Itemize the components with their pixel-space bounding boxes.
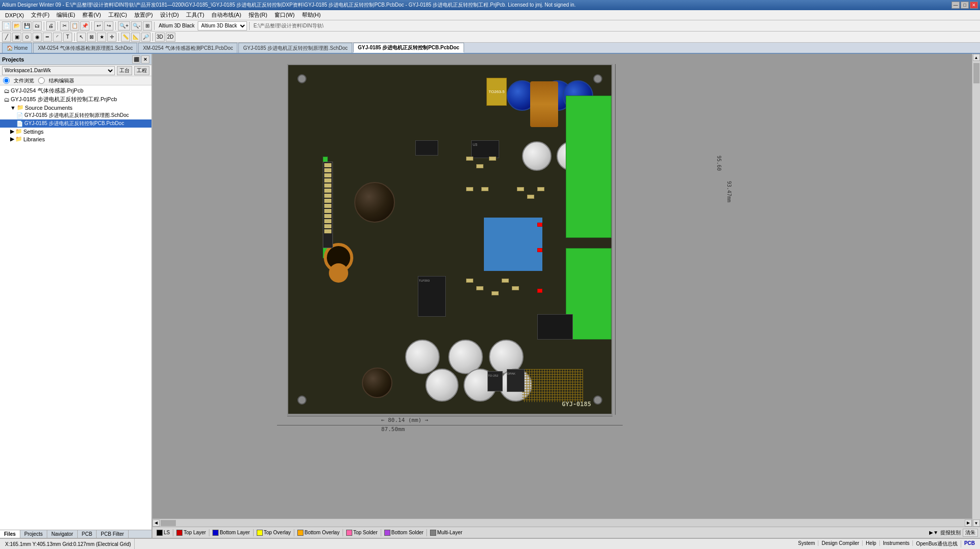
- tree-node-libraries[interactable]: ▶ 📁 Libraries: [0, 135, 151, 143]
- cap-black-bot-1: [362, 368, 392, 398]
- tb-route[interactable]: ╱: [2, 33, 11, 42]
- tb-measure[interactable]: 📏: [121, 33, 130, 42]
- tb-inspect[interactable]: 🔎: [141, 33, 150, 42]
- tb-redo[interactable]: ↪: [104, 21, 113, 30]
- layer-ls[interactable]: LS: [155, 529, 172, 537]
- tb-track[interactable]: ━: [43, 33, 52, 42]
- tb-arc[interactable]: ◜: [53, 33, 62, 42]
- layer-bottom[interactable]: Bottom Layer: [210, 529, 252, 537]
- scrollbar-left-btn[interactable]: ◀: [152, 520, 160, 527]
- radio-struct-edit[interactable]: [38, 77, 45, 84]
- bottom-scrollbar[interactable]: ◀ ▶: [152, 518, 972, 527]
- menu-place[interactable]: 放置(P): [131, 10, 156, 20]
- tb-sel[interactable]: ↖: [77, 33, 86, 42]
- tb-2d[interactable]: 2D: [166, 33, 175, 42]
- tree-node-pcbDoc[interactable]: 📄 GYJ-0185 步进电机正反转控制PCB.PcbDoc: [0, 119, 151, 128]
- menu-dxp[interactable]: DXP(X): [2, 11, 27, 19]
- close-button[interactable]: ✕: [970, 2, 978, 9]
- scrollbar-up-btn[interactable]: ▲: [973, 54, 980, 61]
- tree-icon-settings: 📁: [15, 128, 22, 135]
- tb-cross[interactable]: ✛: [107, 33, 116, 42]
- menu-design[interactable]: 设计(D): [157, 10, 182, 20]
- tb-pad[interactable]: ◉: [33, 33, 42, 42]
- panel-tab-navigator[interactable]: Navigator: [47, 530, 78, 538]
- tb-new[interactable]: 📄: [2, 21, 11, 30]
- tb-desel[interactable]: ⊠: [87, 33, 96, 42]
- tree-node-source[interactable]: ▼ 📁 Source Documents: [0, 104, 151, 111]
- tab-xm0254-sch[interactable]: XM-0254 气体传感器检测原理图1.SchDoc: [33, 43, 137, 53]
- panel-tab-pcbfilter[interactable]: PCB Filter: [97, 530, 129, 538]
- tb-paste[interactable]: 📌: [80, 21, 89, 30]
- tb-cut[interactable]: ✂: [60, 21, 69, 30]
- tab-gyj0185-sch[interactable]: GYJ-0185 步进电机正反转控制原理图.SchDoc: [238, 43, 352, 53]
- tb-fit[interactable]: ⊞: [143, 21, 152, 30]
- layer-bottom-overlay[interactable]: Bottom Overlay: [295, 529, 342, 537]
- left-panel: Projects ⬛ ✕ Workspace1.DanWk 工台 工程 文件浏览…: [0, 54, 152, 538]
- layer-multi[interactable]: Multi-Layer: [428, 529, 464, 537]
- tb-highlight[interactable]: ★: [97, 33, 106, 42]
- scrollbar-down-btn[interactable]: ▼: [973, 520, 980, 527]
- menu-file[interactable]: 文件(F): [28, 10, 52, 20]
- tb-print[interactable]: 🖨: [46, 21, 55, 30]
- dim-line-h-top: [287, 416, 612, 416]
- layer-bar-btn-arrow[interactable]: ▶▼: [929, 530, 938, 535]
- tb-zoom-in[interactable]: 🔍+: [118, 21, 130, 30]
- maximize-button[interactable]: □: [961, 2, 969, 9]
- menu-view[interactable]: 察看(V): [79, 10, 104, 20]
- tree-node-gyj0185[interactable]: 🗂 GYJ-0185 步进电机正反转控制工程.PrjPcb: [0, 95, 151, 104]
- menu-window[interactable]: 窗口(W): [271, 10, 298, 20]
- scrollbar-h-thumb[interactable]: [161, 520, 176, 526]
- menu-tools[interactable]: 工具(T): [183, 10, 207, 20]
- panel-tab-files[interactable]: Files: [0, 530, 20, 538]
- status-system[interactable]: System: [795, 540, 818, 546]
- panel-tab-pcb[interactable]: PCB: [78, 530, 97, 538]
- layer-swatch-bottom: [212, 530, 219, 536]
- panel-close-btn[interactable]: ✕: [141, 55, 149, 64]
- tree-expand-source: ▼: [10, 105, 16, 111]
- tb-via[interactable]: ⊙: [22, 33, 32, 42]
- status-pcb[interactable]: PCB: [961, 540, 978, 546]
- panel-tab-projects[interactable]: Projects: [20, 530, 47, 538]
- workspace-btn[interactable]: 工台: [117, 66, 132, 75]
- workspace-combo[interactable]: Workspace1.DanWk: [2, 66, 115, 75]
- tb-undo[interactable]: ↩: [94, 21, 103, 30]
- menu-help[interactable]: 帮助(H): [299, 10, 324, 20]
- radio-file-view[interactable]: [3, 77, 10, 84]
- right-scrollbar[interactable]: ▲ ▼: [972, 54, 980, 527]
- tb-open[interactable]: 📂: [12, 21, 21, 30]
- status-help[interactable]: Help: [863, 540, 880, 546]
- layer-top-overlay[interactable]: Top Overlay: [255, 529, 293, 537]
- tb-rule[interactable]: 📐: [131, 33, 140, 42]
- menu-report[interactable]: 报告(R): [246, 10, 270, 20]
- status-design-compiler[interactable]: Design Compiler: [818, 540, 863, 546]
- tree-node-settings[interactable]: ▶ 📁 Settings: [0, 128, 151, 135]
- tree-node-schDoc[interactable]: 📄 GYJ-0185 步进电机正反转控制原理图.SchDoc: [0, 111, 151, 119]
- layer-top[interactable]: Top Layer: [174, 529, 208, 537]
- tab-xm0254-pcb[interactable]: XM-0254 气体传感器检测PCB1.PcbDoc: [138, 43, 237, 53]
- tb-saveall[interactable]: 🗂: [33, 21, 42, 30]
- menu-project[interactable]: 工程(C): [105, 10, 130, 20]
- scrollbar-right-btn[interactable]: ▶: [965, 520, 972, 527]
- tb-save[interactable]: 💾: [22, 21, 32, 30]
- layer-bottom-solder[interactable]: Bottom Solder: [382, 529, 425, 537]
- layer-top-solder[interactable]: Top Solder: [344, 529, 380, 537]
- tree-node-gyj0254[interactable]: 🗂 GYJ-0254 气体传感器.PrjPcb: [0, 86, 151, 95]
- status-instruments[interactable]: Instruments: [880, 540, 913, 546]
- view-combo[interactable]: Altium 3D Black 2D: [198, 21, 247, 30]
- status-openbus[interactable]: OpenBus通信总线: [913, 540, 961, 547]
- tb-zoom-out[interactable]: 🔍-: [131, 21, 142, 30]
- tb-3d[interactable]: 3D: [155, 33, 165, 42]
- project-btn[interactable]: 工程: [134, 66, 149, 75]
- tab-home[interactable]: 🏠 Home: [2, 43, 32, 53]
- tab-gyj0185-pcb[interactable]: GYJ-0185 步进电机正反转控制PCB.PcbDoc: [353, 43, 464, 53]
- minimize-button[interactable]: —: [952, 2, 960, 9]
- layer-bar-zoom-btn[interactable]: 清朱: [963, 529, 978, 537]
- menu-autoroute[interactable]: 自动布线(A): [208, 10, 244, 20]
- menu-edit[interactable]: 编辑(E): [53, 10, 78, 20]
- scrollbar-thumb[interactable]: [973, 63, 979, 83]
- tb-copy[interactable]: 📋: [70, 21, 79, 30]
- tb-component[interactable]: ▣: [12, 33, 21, 42]
- tb-text[interactable]: T: [63, 33, 72, 42]
- canvas-area[interactable]: TO263-5 U3: [152, 54, 980, 538]
- panel-float-btn[interactable]: ⬛: [132, 55, 140, 64]
